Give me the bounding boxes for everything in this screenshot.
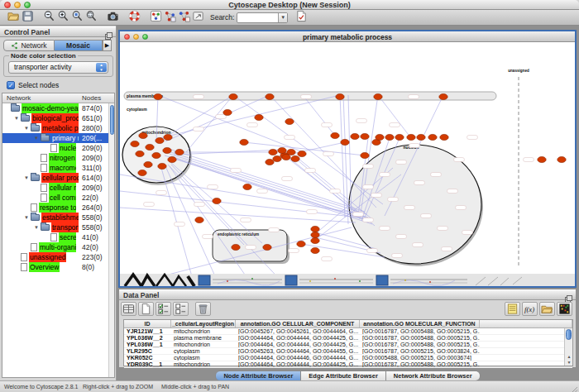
network-node[interactable] [361,152,369,158]
snapshot-icon[interactable] [106,9,120,23]
filter-icon[interactable] [177,9,191,23]
tree-row[interactable]: ▼ response to stimulu 264(0) [2,203,114,213]
network-node[interactable] [266,93,274,99]
chevron-down-icon[interactable]: ▼ [278,13,287,22]
network-canvas[interactable]: plasma membrane cytoplasm mitochondrion … [120,42,575,286]
network-node[interactable] [131,141,139,146]
tree-row[interactable]: ▼ metabolic process 280(0) [2,123,114,133]
table-row[interactable]: YPL036W__2 plasma membrane [GO:0044464, … [124,335,572,342]
network-node[interactable] [385,134,394,140]
network-node[interactable] [298,151,306,156]
tree-row[interactable]: ▼ cell communicat 22(0) [2,193,114,203]
table-row[interactable]: YDR039C__1 mitochondrion [GO:0044464, GO… [124,361,572,368]
tree-scrollbar[interactable] [108,103,114,377]
tree-row[interactable]: ▼ Overview 8(0) [2,262,114,272]
select-attributes-icon[interactable] [156,302,171,316]
vizmapper-icon[interactable] [163,9,177,23]
select-nodes-checkbox[interactable]: ✓ [7,81,15,89]
tab-overflow-button[interactable]: ▶ [103,40,112,51]
network-node[interactable] [273,155,281,161]
network-node[interactable] [361,133,369,139]
network-node[interactable] [263,244,271,250]
column-header[interactable]: _cellularLayoutRegion [171,320,236,327]
network-node[interactable] [266,159,274,165]
save-icon[interactable] [21,9,35,23]
tree-row[interactable]: ▼ primary metabo 209(... [2,133,114,143]
network-node[interactable] [269,149,277,155]
disclosure-triangle-icon[interactable]: ▼ [22,173,31,183]
network-node[interactable] [440,134,448,140]
tree-row[interactable]: ▼ nitrogen compo 209(0) [2,153,114,163]
network-node[interactable] [213,198,221,203]
float-panel-icon[interactable] [105,28,112,36]
disclosure-triangle-icon[interactable]: ▼ [32,222,41,232]
zoom-fit-icon[interactable] [84,9,98,23]
network-node[interactable] [285,118,294,124]
network-node[interactable] [168,156,176,162]
scrollbar-thumb[interactable] [566,329,572,340]
network-node[interactable] [291,155,299,161]
help-icon[interactable] [127,9,141,23]
network-node[interactable] [154,93,162,99]
network-node[interactable] [240,139,248,145]
zoom-in-icon[interactable] [56,9,70,23]
new-attribute-icon[interactable] [138,302,154,316]
column-header[interactable]: ID [124,320,171,327]
network-node[interactable] [395,134,404,140]
network-node[interactable] [282,154,290,160]
zoom-out-icon[interactable] [42,9,56,23]
data-table-header[interactable]: ID_cellularLayoutRegionannotation.GO CEL… [124,320,572,328]
disclosure-triangle-icon[interactable]: ▼ [22,213,31,222]
disclosure-triangle-icon[interactable]: ▼ [22,123,31,133]
tree-row[interactable]: ▼ cellular process 614(0) [2,173,114,183]
network-node[interactable] [144,161,152,167]
table-row[interactable]: YPL036W__1 mitochondrion [GO:0044464, GO… [124,342,572,348]
network-node[interactable] [158,163,166,169]
tab-mosaic[interactable]: Mosaic [55,40,103,51]
network-node[interactable] [278,147,286,153]
unselect-attributes-icon[interactable] [173,302,189,316]
network-node[interactable] [175,149,184,155]
tree-row[interactable]: ▼ mosaic-demo-yeast 874(0) [2,103,114,113]
network-node[interactable] [311,247,319,253]
network-node[interactable] [331,132,339,138]
network-node[interactable] [255,114,263,120]
network-node[interactable] [351,133,359,139]
network-node[interactable] [152,152,160,158]
network-node[interactable] [311,226,319,232]
network-node[interactable] [557,156,566,162]
network-node[interactable] [156,137,164,143]
disclosure-triangle-icon[interactable]: ▼ [32,133,41,143]
resize-grip[interactable] [570,383,578,391]
node-color-dropdown[interactable]: transporter activity ▲▼ [8,61,108,74]
tree-header[interactable]: Network Nodes [2,93,114,103]
report-icon[interactable] [294,9,309,23]
network-nodes[interactable] [131,93,566,253]
scrollbar-arrows[interactable]: ▲▼ [565,354,573,366]
tree-row[interactable]: ▼ multi-organism pro 42(0) [2,242,114,252]
tree-row[interactable]: ▼ macromolecule 311(0) [2,163,114,173]
tab-network[interactable]: Network [3,40,55,51]
new-network-icon[interactable] [149,9,163,23]
column-header[interactable]: annotation.GO MOLECULAR_FUNCTION [360,320,480,327]
open-file-icon[interactable] [7,9,21,23]
notes-icon[interactable] [505,302,520,316]
network-node[interactable] [311,237,319,243]
network-node[interactable] [163,147,171,153]
column-header[interactable]: annotation.GO CELLULAR_COMPONENT [236,320,360,327]
matrix-icon[interactable] [557,302,572,316]
tree-row[interactable]: ▼ transport 558(0) [2,222,114,232]
network-node[interactable] [407,134,415,140]
network-node[interactable] [139,132,147,138]
network-node[interactable] [428,134,437,140]
delete-attribute-icon[interactable] [195,302,211,316]
network-node[interactable] [311,232,319,237]
tree-row[interactable]: ▼ unassigned 223(0) [2,252,114,262]
network-node[interactable] [195,217,203,222]
network-window[interactable]: primary metabolic process plasma membran… [118,30,577,288]
disclosure-triangle-icon[interactable]: ▼ [12,113,21,123]
network-node[interactable] [538,156,546,162]
float-data-panel-icon[interactable] [565,291,572,299]
table-scrollbar[interactable]: ▲▼ [564,328,572,366]
network-node[interactable] [417,134,425,140]
